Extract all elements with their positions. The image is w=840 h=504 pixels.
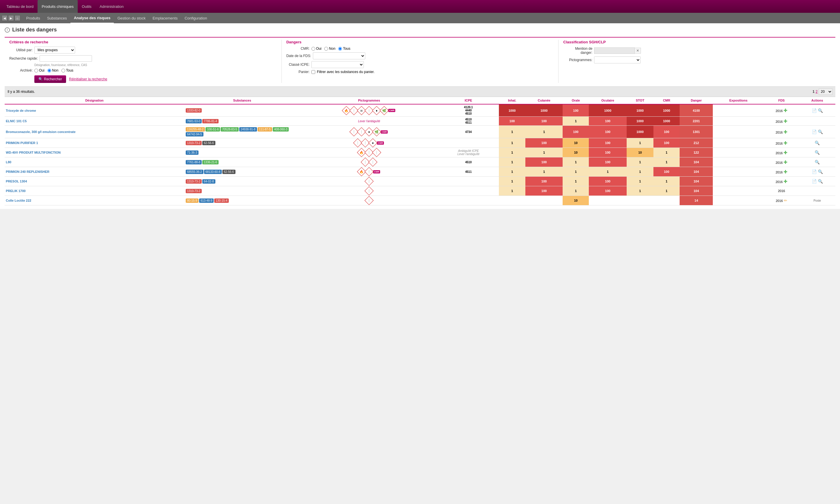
add-button[interactable]: ✚	[784, 119, 787, 124]
search-action-icon[interactable]: 🔍	[815, 150, 820, 155]
nav-administration[interactable]: Administration	[95, 0, 127, 13]
search-action-icon[interactable]: 🔍	[818, 129, 823, 134]
cell-designation[interactable]: PRESOL 1304	[5, 177, 184, 186]
utilise-par-select[interactable]: Mes groupes Tous	[34, 47, 75, 54]
substance-badge[interactable]: 70528-83-5	[221, 127, 238, 131]
th-pictogrammes[interactable]: Pictogrammes	[300, 97, 438, 104]
substance-badge[interactable]: 68133-60-8	[204, 170, 222, 174]
substance-badge[interactable]: 408-060-3	[273, 127, 289, 131]
mention-input[interactable]	[594, 48, 635, 54]
substance-badge[interactable]: 80-15-9	[186, 198, 198, 203]
archive-non-radio[interactable]	[48, 69, 51, 72]
cmr-tous-label[interactable]: Tous	[338, 47, 350, 51]
cmr-oui-label[interactable]: Oui	[311, 47, 322, 51]
nav-forward[interactable]: ▶	[8, 15, 14, 21]
per-page-select[interactable]: 20 50 100	[819, 88, 833, 95]
substance-badge[interactable]: 1336-21-6	[202, 160, 219, 164]
substance-badge[interactable]: 7681-53-0	[186, 119, 202, 123]
substance-badge[interactable]: 613-48-9	[199, 198, 214, 203]
subnav-analyse-risques[interactable]: Analyse des risques	[70, 13, 114, 23]
add-button[interactable]: ✚	[784, 160, 787, 165]
substance-badge[interactable]: 68555-36-2	[186, 170, 203, 174]
search-action-icon[interactable]: 🔍	[818, 169, 823, 174]
substance-badge[interactable]: 62-56-6	[222, 170, 235, 174]
page-1[interactable]: 1	[812, 90, 815, 94]
search-action-icon[interactable]: 🔍	[815, 160, 820, 164]
pictogrammes-select[interactable]	[594, 56, 641, 64]
cmr-oui-radio[interactable]	[311, 47, 315, 51]
th-cmr[interactable]: CMR	[654, 97, 680, 104]
archive-non-label[interactable]: Non	[48, 68, 58, 72]
substance-badge[interactable]: 130-15-4	[214, 198, 229, 203]
add-button[interactable]: ✚	[784, 179, 787, 184]
subnav-configuration[interactable]: Configuration	[181, 13, 211, 23]
cell-designation[interactable]: Trioxyde de chrome	[5, 104, 184, 117]
substance-badge[interactable]: 1310-73-2	[186, 141, 202, 145]
th-orale[interactable]: Orale	[562, 97, 589, 104]
search-action-icon[interactable]: 🔍	[815, 141, 820, 145]
nav-home[interactable]: ⌂	[15, 15, 20, 21]
substance-badge[interactable]: 62-56-6	[202, 141, 215, 145]
add-button[interactable]: ✚	[784, 141, 787, 145]
substance-badge[interactable]: 1310-73-2	[186, 179, 202, 184]
substance-badge[interactable]: 24938-91-8	[239, 127, 257, 131]
date-fds-select[interactable]	[313, 52, 365, 59]
classe-icpe-select[interactable]	[311, 61, 364, 68]
substance-badge[interactable]: 1310-73-2	[186, 189, 202, 193]
substance-badge[interactable]: 64742-94-5	[186, 132, 203, 137]
add-button[interactable]: ✚	[784, 150, 787, 155]
cell-designation[interactable]: Colle Loctite 222	[5, 196, 184, 205]
nav-outils[interactable]: Outils	[78, 0, 95, 13]
archive-tous-label[interactable]: Tous	[61, 68, 73, 72]
th-cutanee[interactable]: Cutanée	[525, 97, 562, 104]
add-button[interactable]: ✚	[784, 169, 787, 174]
substance-badge[interactable]: 71-36-3	[186, 150, 198, 155]
th-fds[interactable]: FDS	[764, 97, 799, 104]
substance-badge[interactable]: 7761-88-8	[186, 160, 202, 164]
th-substances[interactable]: Substances	[184, 97, 300, 104]
substance-badge[interactable]: 64-02-8	[202, 179, 215, 184]
substance-badge[interactable]: 7786-81-4	[202, 119, 219, 123]
pdf-icon[interactable]: 📄	[812, 129, 817, 134]
cmr-non-radio[interactable]	[324, 47, 328, 51]
recherche-rapide-input[interactable]	[40, 55, 92, 62]
search-action-icon[interactable]: 🔍	[818, 108, 823, 113]
th-oculaire[interactable]: Oculaire	[589, 97, 627, 104]
subnav-emplacements[interactable]: Emplacements	[149, 13, 181, 23]
cmr-tous-radio[interactable]	[338, 47, 342, 51]
cell-designation[interactable]: PRIMION 240 REPLENISHER	[5, 167, 184, 177]
nav-produits-chimiques[interactable]: Produits chimiques	[38, 0, 78, 13]
cell-designation[interactable]: PRIMION PURIFIER 1	[5, 138, 184, 148]
th-expositions[interactable]: Expositions	[713, 97, 764, 104]
search-action-icon[interactable]: 🔍	[818, 179, 823, 184]
subnav-gestion-stock[interactable]: Gestion du stock	[114, 13, 149, 23]
archive-oui-label[interactable]: Oui	[34, 68, 44, 72]
cell-designation[interactable]: WD-40® PRODUIT MULTIFONCTION	[5, 148, 184, 158]
cmr-non-label[interactable]: Non	[324, 47, 335, 51]
cell-designation[interactable]: Bromuconazole, 300 g/l emulsion concentr…	[5, 126, 184, 138]
subnav-produits[interactable]: Produits	[23, 13, 44, 23]
substance-badge[interactable]: 100-51-6	[205, 127, 220, 131]
substance-badge[interactable]: 111-87-5	[257, 127, 272, 131]
th-danger[interactable]: Danger	[680, 97, 713, 104]
substance-badge[interactable]: 116255-48-2	[186, 127, 205, 131]
page-2[interactable]: 2	[816, 90, 818, 94]
cell-designation[interactable]: ELNIC 101 C5	[5, 117, 184, 126]
th-icpe[interactable]: ICPE	[438, 97, 499, 104]
pdf-icon[interactable]: 📄	[812, 108, 817, 113]
th-stot[interactable]: STOT	[627, 97, 654, 104]
search-button[interactable]: 🔍 Rechercher	[34, 75, 66, 83]
nav-back[interactable]: ◀	[2, 15, 7, 21]
cell-designation[interactable]: L80	[5, 158, 184, 167]
cell-designation[interactable]: PRELIK 1700	[5, 186, 184, 196]
info-icon[interactable]: i	[5, 28, 10, 33]
mention-clear-button[interactable]: ✕	[635, 48, 641, 54]
reset-button[interactable]: Réinitialiser la recherche	[69, 77, 107, 81]
nav-tableau-de-bord[interactable]: Tableau de bord	[2, 0, 38, 13]
pdf-icon[interactable]: 📄	[812, 179, 817, 184]
substance-badge[interactable]: 1333-82-0	[186, 108, 202, 113]
subnav-substances[interactable]: Substances	[44, 13, 70, 23]
add-button[interactable]: ✚	[784, 108, 787, 113]
archive-tous-radio[interactable]	[61, 69, 65, 72]
add-button[interactable]: ✚	[784, 129, 787, 134]
